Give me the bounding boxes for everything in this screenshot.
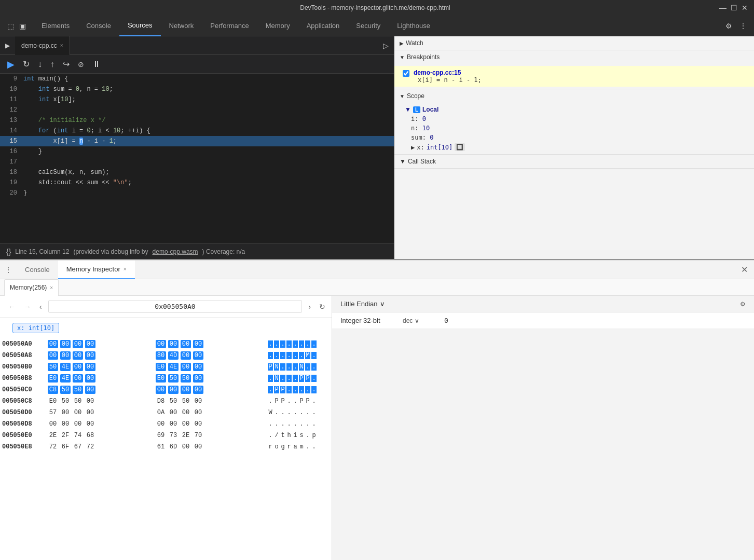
- hex-char[interactable]: .: [268, 420, 273, 428]
- hex-char[interactable]: .: [311, 352, 317, 359]
- hex-byte[interactable]: 2E: [48, 431, 58, 440]
- refresh-button[interactable]: ↻: [319, 303, 325, 311]
- wasm-link[interactable]: demo-cpp.wasm: [153, 248, 198, 255]
- hex-byte[interactable]: 00: [193, 340, 203, 348]
- hex-char[interactable]: P: [268, 363, 273, 371]
- hex-byte[interactable]: 4E: [60, 374, 71, 383]
- tab-memory[interactable]: Memory: [257, 16, 298, 36]
- tab-console[interactable]: Console: [78, 16, 119, 36]
- hex-byte[interactable]: 00: [48, 351, 58, 360]
- hex-char[interactable]: .: [293, 386, 298, 393]
- hex-char[interactable]: i: [293, 432, 298, 439]
- hex-char[interactable]: .: [311, 375, 317, 382]
- hex-byte[interactable]: 00: [60, 420, 71, 428]
- hex-byte[interactable]: 50: [73, 397, 83, 405]
- call-stack-header[interactable]: ▼ Call Stack: [394, 155, 754, 168]
- hex-byte[interactable]: 00: [168, 408, 179, 417]
- hex-char[interactable]: .: [305, 363, 310, 371]
- scope-header[interactable]: ▼ Scope: [394, 89, 754, 103]
- hex-byte[interactable]: 6F: [60, 443, 71, 451]
- hex-byte[interactable]: C8: [48, 386, 58, 394]
- hex-char[interactable]: .: [299, 386, 304, 393]
- hex-char[interactable]: .: [280, 409, 285, 416]
- inspector-settings-icon[interactable]: ⚙: [740, 301, 746, 308]
- hex-char[interactable]: .: [293, 375, 298, 382]
- hex-char[interactable]: P: [280, 398, 285, 405]
- tab-network[interactable]: Network: [161, 16, 202, 36]
- hex-char[interactable]: N: [274, 363, 279, 371]
- hex-byte[interactable]: 57: [48, 408, 58, 417]
- hex-byte[interactable]: 00: [181, 340, 191, 348]
- hex-char[interactable]: .: [305, 420, 310, 428]
- minimize-button[interactable]: —: [719, 4, 726, 12]
- hex-char[interactable]: .: [286, 375, 292, 382]
- hex-byte[interactable]: 00: [193, 374, 203, 383]
- dock-icon[interactable]: ▣: [17, 20, 28, 32]
- hex-char[interactable]: .: [311, 340, 317, 348]
- history-back-button[interactable]: ←: [6, 302, 18, 312]
- close-button[interactable]: ✕: [742, 4, 748, 12]
- hex-char[interactable]: P: [299, 375, 304, 382]
- hex-byte[interactable]: 00: [181, 386, 191, 394]
- hex-byte[interactable]: 00: [60, 340, 71, 348]
- bottom-panel-close[interactable]: ✕: [735, 265, 754, 275]
- hex-char[interactable]: .: [311, 363, 317, 371]
- hex-char[interactable]: .: [280, 340, 285, 348]
- hex-byte[interactable]: 0A: [156, 408, 166, 417]
- hex-byte[interactable]: 4E: [60, 363, 71, 371]
- breakpoints-header[interactable]: ▼ Breakpoints: [394, 50, 754, 64]
- tab-console-bottom[interactable]: Console: [17, 261, 58, 279]
- hex-char[interactable]: /: [274, 432, 279, 439]
- hex-byte[interactable]: 00: [73, 351, 83, 360]
- hex-byte[interactable]: 50: [168, 374, 179, 383]
- hex-byte[interactable]: 00: [193, 386, 203, 394]
- hex-char[interactable]: .: [293, 363, 298, 371]
- local-label[interactable]: ▼ L Local: [394, 105, 754, 114]
- step-into-button[interactable]: ↓: [35, 58, 45, 71]
- hex-char[interactable]: .: [286, 363, 292, 371]
- tab-elements[interactable]: Elements: [33, 16, 78, 36]
- hex-char[interactable]: .: [280, 363, 285, 371]
- panel-toggle[interactable]: ▶: [0, 42, 15, 49]
- hex-byte[interactable]: 00: [168, 340, 179, 348]
- hex-char[interactable]: .: [274, 352, 279, 359]
- hex-byte[interactable]: E0: [156, 363, 166, 371]
- hex-char[interactable]: .: [305, 340, 310, 348]
- hex-byte[interactable]: 00: [48, 340, 58, 348]
- hex-char[interactable]: .: [293, 352, 298, 359]
- tab-lighthouse[interactable]: Lighthouse: [389, 16, 438, 36]
- hex-byte[interactable]: 00: [181, 420, 191, 428]
- hex-char[interactable]: .: [280, 420, 285, 428]
- hex-byte[interactable]: 00: [73, 340, 83, 348]
- hex-byte[interactable]: D8: [156, 397, 166, 405]
- hex-byte[interactable]: 72: [85, 443, 95, 451]
- file-tab-close[interactable]: ×: [60, 43, 63, 48]
- hex-byte[interactable]: 72: [48, 443, 58, 451]
- hex-char[interactable]: .: [305, 432, 310, 439]
- hex-char[interactable]: .: [305, 443, 310, 450]
- hex-char[interactable]: t: [280, 432, 285, 439]
- hex-char[interactable]: .: [268, 352, 273, 359]
- hex-char[interactable]: .: [286, 340, 292, 348]
- hex-byte[interactable]: 00: [168, 420, 179, 428]
- hex-byte[interactable]: 00: [193, 363, 203, 371]
- hex-byte[interactable]: 00: [181, 443, 191, 451]
- hex-char[interactable]: N: [274, 375, 279, 382]
- hex-char[interactable]: .: [311, 386, 317, 393]
- hex-char[interactable]: .: [311, 420, 317, 428]
- memory-inspector-close[interactable]: ×: [124, 266, 127, 272]
- play-icon[interactable]: ▷: [378, 42, 394, 50]
- hex-char[interactable]: P: [299, 398, 304, 405]
- hex-char[interactable]: .: [305, 409, 310, 416]
- hex-byte[interactable]: 00: [168, 386, 179, 394]
- memory-256-close[interactable]: ×: [50, 285, 53, 291]
- hex-byte[interactable]: 6D: [168, 443, 179, 451]
- hex-byte[interactable]: 50: [60, 397, 71, 405]
- hex-byte[interactable]: 00: [60, 351, 71, 360]
- hex-byte[interactable]: 00: [156, 386, 166, 394]
- hex-char[interactable]: .: [268, 375, 273, 382]
- hex-char[interactable]: N: [299, 363, 304, 371]
- hex-char[interactable]: .: [311, 409, 317, 416]
- hex-byte[interactable]: 00: [156, 340, 166, 348]
- hex-char[interactable]: P: [305, 398, 310, 405]
